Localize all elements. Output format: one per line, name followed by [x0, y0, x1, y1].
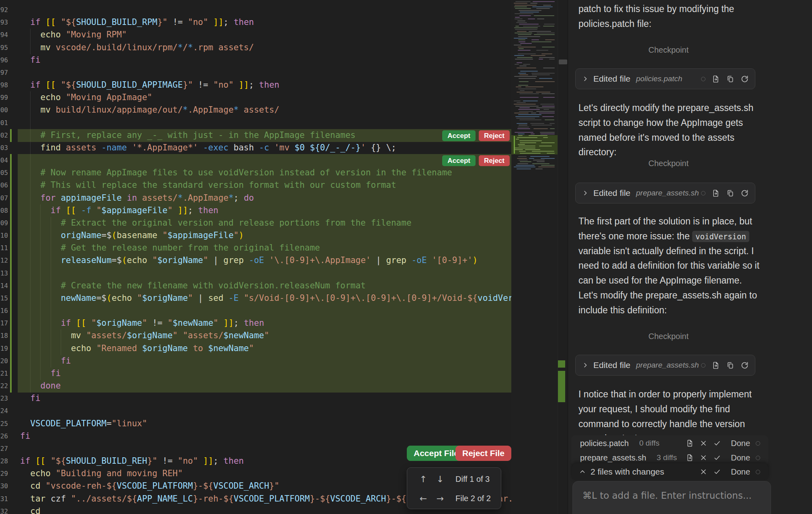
code-line[interactable]: 311 # Get the release number from the or… — [0, 242, 511, 255]
line-number: 326 — [0, 430, 8, 443]
file-name: prepare_assets.sh — [580, 453, 646, 463]
code-line[interactable]: 297 — [0, 66, 511, 79]
reject-file-button[interactable]: Reject File — [455, 446, 511, 461]
code-line[interactable]: 296 fi — [0, 54, 511, 67]
accept-hunk-button[interactable]: Accept — [442, 155, 476, 166]
code-line[interactable]: 318 mv "assets/$origName" "assets/$newNa… — [0, 329, 511, 342]
minimap-mark — [539, 113, 555, 113]
chevron-right-icon[interactable] — [582, 190, 588, 196]
code-line[interactable]: 301 — [0, 117, 511, 130]
minimap-mark — [517, 21, 525, 21]
code-text: done — [20, 380, 61, 392]
instruction-input[interactable] — [573, 481, 771, 514]
code-line[interactable]: 295 mv vscode/.build/linux/rpm/*/*.rpm a… — [0, 41, 511, 54]
copy-icon[interactable] — [726, 361, 734, 370]
accept-hunk-button[interactable]: Accept — [442, 130, 476, 141]
diff-added-gutter-bar — [10, 229, 12, 242]
code-line[interactable]: 299 echo "Moving AppImage" — [0, 91, 511, 104]
overview-ruler[interactable] — [558, 0, 568, 514]
minimap-mark — [533, 128, 548, 129]
open-file-icon[interactable] — [712, 361, 720, 370]
next-file-button[interactable]: → — [435, 493, 445, 504]
open-file-icon[interactable] — [712, 189, 720, 197]
checkpoint-label: Checkpoint — [578, 332, 759, 341]
code-line[interactable]: 310 origName=$(basename "$appimageFile") — [0, 229, 511, 242]
minimap-mark — [515, 64, 519, 65]
code-line[interactable]: 307 for appimageFile in assets/*.AppImag… — [0, 192, 511, 205]
code-line[interactable]: 302 # First, replace any _-_ with just -… — [0, 129, 511, 142]
diff-added-gutter-bar — [10, 192, 12, 205]
changed-files-list: policies.patch 0 diffs Done prepare_asse… — [571, 435, 768, 466]
edited-file-card[interactable]: Edited file policies.patch — [575, 68, 755, 89]
chevron-up-icon[interactable] — [579, 469, 586, 475]
minimap-mark — [519, 107, 529, 108]
minimap-mark — [532, 74, 550, 75]
open-file-icon[interactable] — [686, 454, 694, 462]
code-line[interactable]: 315 newName=$(echo "$origName" | sed -E … — [0, 292, 511, 305]
chevron-right-icon[interactable] — [582, 76, 588, 82]
code-line[interactable]: 305 # Now rename AppImage files to use v… — [0, 167, 511, 179]
open-file-icon[interactable] — [686, 439, 694, 447]
code-line[interactable]: 309 # Extract the original version and r… — [0, 217, 511, 230]
code-line[interactable]: 294 echo "Moving RPM" — [0, 29, 511, 41]
reject-all-icon[interactable] — [699, 468, 707, 476]
reject-hunk-button[interactable]: Reject — [479, 130, 510, 141]
accept-changes-icon[interactable] — [713, 454, 721, 462]
reapply-icon[interactable] — [740, 189, 749, 197]
code-line[interactable]: 316 — [0, 304, 511, 317]
accept-all-icon[interactable] — [713, 468, 721, 476]
next-diff-button[interactable]: ↓ — [435, 474, 445, 484]
edited-file-card[interactable]: Edited file prepare_assets.sh — [575, 355, 755, 376]
chevron-right-icon[interactable] — [582, 362, 588, 368]
diff-added-gutter-bar — [10, 254, 12, 267]
reject-hunk-button[interactable]: Reject — [479, 155, 510, 166]
copy-icon[interactable] — [726, 189, 734, 197]
line-number: 305 — [0, 167, 8, 179]
code-line[interactable]: 322 done — [0, 380, 511, 393]
code-line[interactable]: 317 if [[ "$origName" != "$newName" ]]; … — [0, 317, 511, 330]
line-number: 297 — [0, 66, 8, 79]
code-line[interactable]: 293 if [[ "${SHOULD_BUILD_RPM}" != "no" … — [0, 16, 511, 29]
reapply-icon[interactable] — [740, 361, 749, 370]
code-line[interactable]: 325 VSCODE_PLATFORM="linux" — [0, 417, 511, 430]
code-line[interactable]: 314 # Create the new filename with voidV… — [0, 280, 511, 292]
changes-summary-bar[interactable]: 2 files with changes Done — [572, 463, 768, 480]
line-number: 298 — [0, 79, 8, 92]
copy-icon[interactable] — [726, 75, 734, 83]
minimap-mark — [530, 156, 550, 157]
code-text: echo "Building and moving REH" — [20, 467, 183, 480]
code-line[interactable]: 300 mv build/linux/appimage/out/*.AppIma… — [0, 104, 511, 117]
reject-changes-icon[interactable] — [699, 439, 707, 447]
code-line[interactable]: 306 # This will replace the standard ver… — [0, 179, 511, 192]
changed-file-row[interactable]: policies.patch 0 diffs Done — [571, 436, 768, 450]
changed-file-row[interactable]: prepare_assets.sh 3 diffs Done — [571, 450, 768, 465]
minimap-mark — [518, 109, 540, 110]
code-line[interactable]: 303 find assets -name '*.AppImage*' -exe… — [0, 142, 511, 154]
edited-file-card[interactable]: Edited file prepare_assets.sh — [575, 183, 755, 204]
minimap-mark — [543, 26, 554, 27]
code-line[interactable]: 292 — [0, 4, 511, 16]
reapply-icon[interactable] — [740, 75, 749, 83]
open-file-icon[interactable] — [712, 75, 720, 83]
code-line[interactable]: 320 fi — [0, 355, 511, 368]
code-line[interactable]: 304AcceptReject — [0, 154, 511, 167]
code-line[interactable]: 308 if [[ -f "$appimageFile" ]]; then — [0, 204, 511, 217]
code-line[interactable]: 298 if [[ "${SHOULD_BUILD_APPIMAGE}" != … — [0, 79, 511, 92]
accept-changes-icon[interactable] — [713, 439, 721, 447]
scrollbar-thumb[interactable] — [559, 60, 567, 64]
code-line[interactable]: 326fi — [0, 430, 511, 443]
code-text: # Now rename AppImage files to use voidV… — [20, 167, 452, 179]
minimap-mark — [517, 68, 536, 68]
code-line[interactable]: 324 — [0, 405, 511, 417]
code-line[interactable]: 321 fi — [0, 367, 511, 380]
minimap[interactable] — [511, 0, 558, 514]
reject-changes-icon[interactable] — [699, 454, 707, 462]
minimap-mark — [540, 134, 555, 134]
prev-diff-button[interactable]: ↑ — [418, 474, 428, 484]
minimap-mark — [519, 41, 525, 42]
code-line[interactable]: 319 echo "Renamed $origName to $newName" — [0, 342, 511, 355]
prev-file-button[interactable]: ← — [418, 493, 428, 504]
code-line[interactable]: 313 — [0, 267, 511, 280]
code-line[interactable]: 323 fi — [0, 392, 511, 405]
code-line[interactable]: 312 releaseNum=$(echo "$origName" | grep… — [0, 254, 511, 267]
